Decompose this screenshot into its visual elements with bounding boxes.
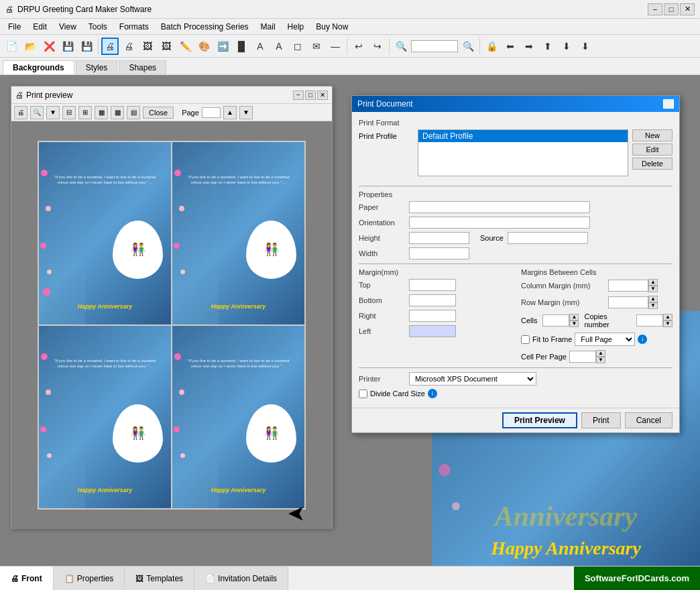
tb-zoom-out[interactable]: 🔍 <box>459 38 477 55</box>
orientation-input[interactable]: Portrait <box>409 217 590 229</box>
tb-close[interactable]: ❌ <box>40 38 58 55</box>
tb-print[interactable]: 🖨 <box>101 38 119 55</box>
tb-text[interactable]: A <box>251 38 269 55</box>
tb-text2[interactable]: A <box>270 38 288 55</box>
bottom-tab-invitation[interactable]: 📄 Invitation Details <box>194 567 288 590</box>
pp-view2[interactable]: ⊞ <box>78 106 92 119</box>
tb-save[interactable]: 💾 <box>59 38 76 55</box>
tab-styles[interactable]: Styles <box>76 60 118 74</box>
tb-undo[interactable]: ↩ <box>350 38 367 55</box>
menu-batch[interactable]: Batch Processing Series <box>156 21 254 33</box>
fit-frame-info-icon[interactable]: i <box>638 335 647 344</box>
delete-profile-btn[interactable]: Delete <box>632 158 673 170</box>
maximize-button[interactable]: □ <box>664 3 679 15</box>
tb-save-as[interactable]: 💾 <box>78 38 95 55</box>
cells-up[interactable]: ▲ <box>569 314 579 320</box>
cell-per-page-input[interactable]: 2 <box>569 351 596 363</box>
height-input[interactable]: 296.93 <box>409 232 469 244</box>
tb-align[interactable]: ⬇ <box>558 38 575 55</box>
profile-default[interactable]: Default Profile <box>418 130 628 142</box>
bottom-input[interactable]: 0 <box>409 294 456 306</box>
pp-close-btn[interactable]: Close <box>143 107 174 119</box>
tb-more[interactable]: ⬇ <box>577 38 594 55</box>
left-input[interactable]: 9.90 <box>409 325 456 337</box>
tb-image2[interactable]: 🖼 <box>158 38 175 55</box>
bottom-tab-front[interactable]: 🖨 Front <box>0 567 54 590</box>
column-up[interactable]: ▲ <box>648 279 658 286</box>
copies-input[interactable]: 4 <box>636 314 663 327</box>
tb-open[interactable]: 📂 <box>21 38 39 55</box>
menu-view[interactable]: View <box>54 21 82 33</box>
tb-shape[interactable]: ◻ <box>289 38 306 55</box>
profile-list[interactable]: Default Profile <box>418 129 628 176</box>
column-margin-input[interactable]: 6.0 <box>608 280 648 292</box>
menu-buy[interactable]: Buy Now <box>310 21 353 33</box>
printer-select[interactable]: Microsoft XPS Document <box>409 372 536 386</box>
pp-view5[interactable]: ▤ <box>127 106 140 119</box>
pp-zoom-menu[interactable]: ▼ <box>46 106 60 119</box>
close-button[interactable]: ✕ <box>680 3 695 15</box>
cells-down[interactable]: ▼ <box>569 320 579 327</box>
print-preview-btn[interactable]: Print Preview <box>502 412 577 428</box>
cancel-btn[interactable]: Cancel <box>625 412 673 428</box>
tb-lock[interactable]: 🔒 <box>483 38 500 55</box>
copies-up[interactable]: ▲ <box>663 314 673 320</box>
tb-color[interactable]: 🎨 <box>195 38 213 55</box>
copies-down[interactable]: ▼ <box>663 320 673 327</box>
row-up[interactable]: ▲ <box>648 296 658 302</box>
fit-to-frame-checkbox[interactable] <box>521 335 530 344</box>
row-margin-input[interactable]: 7.0 <box>608 296 648 308</box>
pp-maximize[interactable]: □ <box>305 91 316 100</box>
menu-formats[interactable]: Formats <box>114 21 154 33</box>
pp-page-down[interactable]: ▼ <box>239 106 253 119</box>
menu-help[interactable]: Help <box>282 21 310 33</box>
menu-tools[interactable]: Tools <box>83 21 113 33</box>
pp-minimize[interactable]: − <box>293 91 304 100</box>
tb-forward[interactable]: ➡ <box>520 38 538 55</box>
minimize-button[interactable]: − <box>648 3 662 15</box>
tb-arrow[interactable]: ➡️ <box>214 38 231 55</box>
menu-edit[interactable]: Edit <box>27 21 52 33</box>
pp-close[interactable]: ✕ <box>317 91 328 100</box>
column-down[interactable]: ▼ <box>648 286 658 292</box>
full-page-select[interactable]: Full Page <box>575 333 635 346</box>
tb-redo[interactable]: ↪ <box>369 38 386 55</box>
tb-pencil[interactable]: ✏️ <box>176 38 194 55</box>
width-input[interactable]: 210.06 <box>409 247 469 259</box>
tb-back[interactable]: ⬅ <box>502 38 519 55</box>
tb-up[interactable]: ⬆ <box>539 38 557 55</box>
bottom-tab-properties[interactable]: 📋 Properties <box>54 567 125 590</box>
tb-new[interactable]: 📄 <box>3 38 20 55</box>
top-input[interactable]: 9.90 <box>409 279 456 291</box>
dialog-close-btn[interactable]: ✕ <box>663 99 674 109</box>
edit-profile-btn[interactable]: Edit <box>632 143 673 156</box>
menu-mail[interactable]: Mail <box>255 21 281 33</box>
pp-page-input[interactable]: 1 <box>202 107 221 118</box>
new-profile-btn[interactable]: New <box>632 129 673 141</box>
print-btn[interactable]: Print <box>581 412 621 428</box>
paper-input[interactable]: A4 <box>409 201 590 213</box>
tab-backgrounds[interactable]: Backgrounds <box>3 60 74 74</box>
bottom-tab-templates[interactable]: 🖼 Templates <box>125 567 194 590</box>
pp-view3[interactable]: ▦ <box>95 106 108 119</box>
tb-line[interactable]: — <box>327 38 344 55</box>
tab-shapes[interactable]: Shapes <box>119 60 166 74</box>
tb-image[interactable]: 🖼 <box>139 38 156 55</box>
pp-page-up[interactable]: ▲ <box>223 106 237 119</box>
source-input[interactable]: Automatically Sele <box>508 232 588 244</box>
divide-card-info-icon[interactable]: i <box>428 389 437 398</box>
divide-card-checkbox[interactable] <box>359 390 367 398</box>
pp-view1[interactable]: ⊟ <box>62 106 76 119</box>
tb-barcode[interactable]: ▐▌ <box>233 38 250 55</box>
pp-zoom-btn[interactable]: 🔍 <box>30 106 44 119</box>
right-input[interactable]: 0 <box>409 310 456 322</box>
zoom-input[interactable]: 125% <box>411 40 458 52</box>
tb-zoom-in[interactable]: 🔍 <box>392 38 410 55</box>
menu-file[interactable]: File <box>3 21 26 33</box>
cpp-down[interactable]: ▼ <box>596 357 605 363</box>
tb-email[interactable]: ✉ <box>308 38 325 55</box>
cells-input[interactable]: 2 <box>542 314 569 327</box>
cpp-up[interactable]: ▲ <box>596 350 605 357</box>
row-down[interactable]: ▼ <box>648 302 658 309</box>
pp-print-btn[interactable]: 🖨 <box>14 106 27 119</box>
